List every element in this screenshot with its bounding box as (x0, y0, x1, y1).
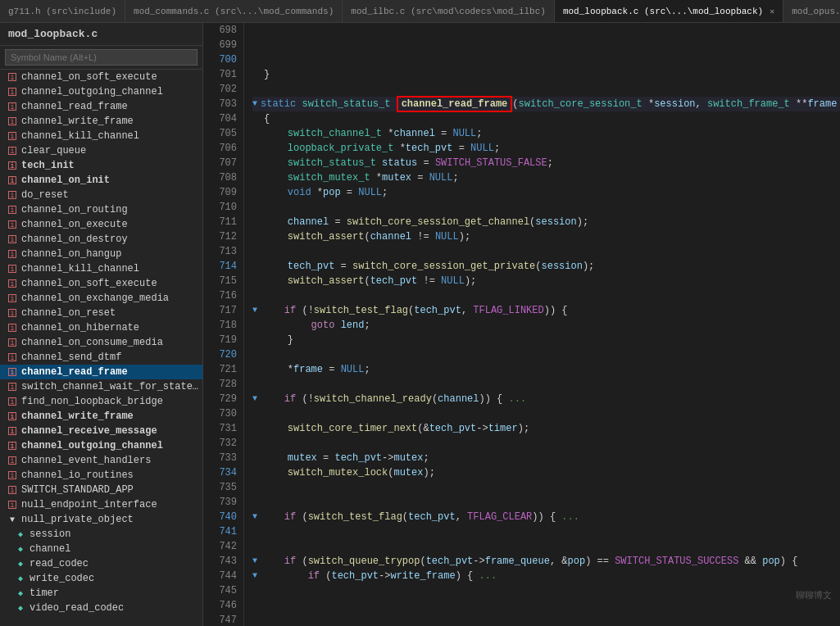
sidebar-item-read_codec[interactable]: ◆read_codec (11, 556, 202, 571)
sidebar-item-channel_receive_message[interactable]: ichannel_receive_message (0, 424, 202, 438)
fold-arrow[interactable]: ▼ (252, 97, 257, 111)
sidebar-item-channel_outgoing_channel2[interactable]: ichannel_outgoing_channel (0, 438, 202, 453)
sidebar-item-label: channel_on_hibernate (21, 322, 139, 333)
sidebar-item-find_non_loopback[interactable]: ifind_non_loopback_bridge (0, 394, 202, 409)
code-text: } (264, 333, 293, 347)
sidebar-item-write_codec[interactable]: ◆write_codec (11, 571, 202, 586)
code-line-731: switch_mutex_lock(mutex); (252, 465, 840, 480)
line-number: 746 (203, 598, 237, 613)
tab-mod-ilbc[interactable]: mod_ilbc.c (src\mod\codecs\mod_ilbc) (343, 0, 555, 22)
code-text: mutex = tech_pvt->mutex; (264, 451, 429, 465)
fold-arrow[interactable]: ▼ (252, 303, 257, 318)
sidebar-item-channel_on_destroy[interactable]: ichannel_on_destroy (0, 232, 202, 247)
line-number: 712 (203, 229, 237, 244)
sidebar-item-channel_on_exchange_media[interactable]: ichannel_on_exchange_media (0, 291, 202, 306)
sidebar-item-null_private_object[interactable]: ▼null_private_object (0, 512, 202, 527)
child-icon: ◆ (15, 573, 26, 584)
search-input[interactable] (5, 49, 198, 66)
sidebar-item-switch_channel_wait[interactable]: iswitch_channel_wait_for_state_or_c (0, 379, 202, 394)
sidebar-item-channel_on_reset[interactable]: ichannel_on_reset (0, 306, 202, 320)
code-line-720: ▼ if (!switch_channel_ready(channel)) { … (252, 392, 840, 406)
sidebar-item-do_reset[interactable]: ido_reset (0, 188, 202, 202)
sidebar-item-channel_on_init[interactable]: ichannel_on_init (0, 173, 202, 188)
item-icon: i (7, 219, 18, 230)
code-content[interactable]: }▼static switch_status_t channel_read_fr… (244, 23, 840, 626)
sidebar-item-channel_read_frame_active[interactable]: ichannel_read_frame (0, 365, 202, 379)
sidebar-item-tech_init[interactable]: itech_init (0, 158, 202, 173)
code-text: switch_core_timer_next(&tech_pvt->timer)… (264, 421, 529, 436)
tab-mod-opus[interactable]: mod_opus.c (src\... (783, 0, 840, 22)
tab-g711[interactable]: g711.h (src\include) (0, 0, 125, 22)
sidebar-item-channel[interactable]: ◆channel (11, 542, 202, 556)
item-icon: i (7, 116, 18, 127)
item-icon: i (7, 307, 18, 319)
code-text: goto lend; (264, 318, 370, 333)
item-icon: i (7, 440, 18, 451)
sidebar-item-channel_io_routines[interactable]: ichannel_io_routines (0, 468, 202, 483)
line-number: 709 (203, 185, 237, 200)
sidebar-item-channel_send_dtmf[interactable]: ichannel_send_dtmf (0, 350, 202, 365)
code-text: tech_pvt = switch_core_session_get_priva… (264, 259, 594, 274)
code-line-733 (252, 495, 840, 510)
sidebar-item-switch_standard_app[interactable]: iSWITCH_STANDARD_APP (0, 483, 202, 497)
sidebar-item-label: channel_io_routines (21, 469, 134, 481)
code-text: *frame = NULL; (264, 362, 370, 377)
fold-arrow[interactable]: ▼ (252, 510, 257, 524)
sidebar-item-channel_outgoing_channel[interactable]: ichannel_outgoing_channel (0, 84, 202, 99)
fold-arrow[interactable]: ▼ (252, 392, 257, 406)
sidebar-item-timer[interactable]: ◆timer (11, 586, 202, 601)
code-text: if (tech_pvt->write_frame) { ... (261, 569, 497, 583)
sidebar-item-channel_on_hibernate[interactable]: ichannel_on_hibernate (0, 320, 202, 335)
code-text: switch_channel_t *channel = NULL; (264, 126, 482, 141)
sidebar-item-channel_on_hangup[interactable]: ichannel_on_hangup (0, 247, 202, 261)
sidebar-item-channel_on_soft_execute2[interactable]: ichannel_on_soft_execute (0, 276, 202, 291)
sidebar-item-channel_kill_channel2[interactable]: ichannel_kill_channel (0, 261, 202, 276)
sidebar-item-channel_on_routing[interactable]: ichannel_on_routing (0, 202, 202, 217)
sidebar-item-video_read_codec[interactable]: ◆video_read_codec (11, 601, 202, 615)
sidebar-item-channel_event_handlers[interactable]: ichannel_event_handlers (0, 453, 202, 468)
code-text: { (264, 111, 270, 126)
code-line-699 (252, 82, 840, 97)
fold-arrow[interactable]: ▼ (252, 554, 257, 569)
sidebar-item-label: channel_outgoing_channel (21, 440, 163, 451)
sidebar-item-label: channel_write_frame (21, 411, 134, 422)
sidebar-item-label: channel_read_frame (21, 101, 128, 112)
sidebar-item-channel_kill_channel[interactable]: ichannel_kill_channel (0, 129, 202, 143)
item-icon: i (7, 381, 18, 392)
code-text: static switch_status_t channel_read_fram… (261, 97, 837, 111)
sidebar-item-null_endpoint[interactable]: inull_endpoint_interface (0, 497, 202, 512)
sidebar-item-channel_write_frame[interactable]: ichannel_write_frame (0, 114, 202, 129)
item-icon: i (7, 484, 18, 496)
sidebar-title: mod_loopback.c (0, 23, 202, 46)
sidebar-item-label: null_private_object (21, 514, 134, 525)
code-text: switch_mutex_t *mutex = NULL; (264, 170, 459, 185)
sidebar-item-label: clear_queue (21, 145, 86, 156)
sidebar-search-container (0, 46, 202, 70)
sidebar-item-label: channel_on_destroy (21, 234, 128, 245)
close-icon[interactable]: ✕ (770, 7, 774, 16)
line-number: 699 (203, 38, 237, 52)
sidebar-item-label: channel_on_routing (21, 204, 128, 215)
code-line-709: switch_assert(channel != NULL); (252, 229, 840, 244)
code-text: if (switch_queue_trypop(tech_pvt->frame_… (261, 554, 797, 569)
code-text: switch_assert(tech_pvt != NULL); (264, 274, 476, 288)
item-icon: i (7, 366, 18, 378)
item-icon: i (7, 234, 18, 245)
code-text: switch_status_t status = SWITCH_STATUS_F… (264, 156, 553, 170)
sidebar-item-label: channel_read_frame (21, 366, 128, 378)
sidebar-item-channel_write_frame2[interactable]: ichannel_write_frame (0, 409, 202, 424)
sidebar-item-session[interactable]: ◆session (11, 527, 202, 542)
code-text: switch_assert(channel != NULL); (264, 229, 470, 244)
code-line-742 (252, 583, 840, 598)
code-text: loopback_private_t *tech_pvt = NULL; (264, 141, 500, 156)
sidebar-item-clear_queue[interactable]: iclear_queue (0, 143, 202, 158)
sidebar-item-channel_read_frame_top[interactable]: ichannel_read_frame (0, 99, 202, 114)
sidebar-item-channel_on_consume_media[interactable]: ichannel_on_consume_media (0, 335, 202, 350)
fold-arrow[interactable]: ▼ (252, 569, 257, 583)
sidebar-item-channel_on_execute[interactable]: ichannel_on_execute (0, 217, 202, 232)
sidebar-item-channel_on_soft_execute[interactable]: ichannel_on_soft_execute (0, 70, 202, 84)
tab-mod-loopback[interactable]: mod_loopback.c (src\...\mod_loopback) ✕ (555, 0, 783, 22)
line-number: 705 (203, 126, 237, 141)
item-icon: i (7, 337, 18, 348)
tab-mod-commands[interactable]: mod_commands.c (src\...\mod_commands) (125, 0, 343, 22)
